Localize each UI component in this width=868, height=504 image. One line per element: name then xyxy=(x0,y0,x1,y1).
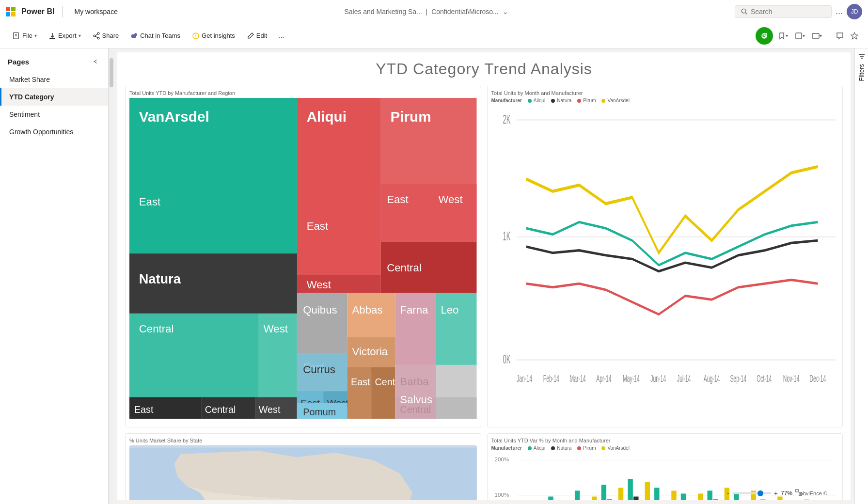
edit-button[interactable]: Edit xyxy=(242,29,272,43)
svg-text:Central: Central xyxy=(205,404,236,415)
bookmark-icon xyxy=(778,32,786,40)
collapse-sidebar-button[interactable] xyxy=(90,56,100,67)
svg-rect-18 xyxy=(796,33,802,39)
more-toolbar-button[interactable]: ... xyxy=(274,29,289,42)
bookmark-button[interactable]: ▾ xyxy=(776,30,790,42)
bar-chart-legend: Manufacturer Aliqui Natura Pirum xyxy=(491,445,839,451)
edit-icon xyxy=(247,32,254,40)
comments-button[interactable] xyxy=(834,30,846,42)
svg-rect-43 xyxy=(381,184,435,242)
svg-line-11 xyxy=(95,36,97,38)
svg-text:Victoria: Victoria xyxy=(352,346,388,358)
get-insights-button[interactable]: Get insights xyxy=(187,29,240,43)
svg-point-17 xyxy=(195,36,196,37)
file-icon xyxy=(13,32,20,40)
search-icon xyxy=(741,8,748,15)
sidebar: Pages Market Share YTD Category Sentimen… xyxy=(0,48,109,504)
export-button[interactable]: Export ▾ xyxy=(44,29,86,43)
svg-text:West: West xyxy=(259,404,281,415)
bar-legend-pirum: Pirum xyxy=(577,445,596,451)
pages-label: Pages xyxy=(8,58,29,66)
svg-text:Aliqui: Aliqui xyxy=(307,109,347,125)
svg-text:Aug-14: Aug-14 xyxy=(703,373,720,384)
charts-grid: Total Units YTD by Manufacturer and Regi… xyxy=(125,86,843,489)
svg-text:Pomum: Pomum xyxy=(303,407,336,417)
star-icon xyxy=(851,32,858,40)
svg-text:East: East xyxy=(351,377,370,387)
share-button[interactable]: Share xyxy=(88,29,124,43)
avatar[interactable]: JD xyxy=(847,4,862,19)
svg-rect-138 xyxy=(654,488,659,500)
svg-rect-179 xyxy=(799,493,802,495)
bar-legend-label: Manufacturer xyxy=(491,445,522,451)
view-icon xyxy=(795,32,803,40)
refresh-button[interactable] xyxy=(756,27,773,45)
zoom-controls: - + 77% xyxy=(727,489,802,497)
main-layout: Pages Market Share YTD Category Sentimen… xyxy=(0,48,868,504)
svg-rect-126 xyxy=(574,491,579,500)
svg-text:Leo: Leo xyxy=(441,304,458,316)
svg-text:Jul-14: Jul-14 xyxy=(677,373,691,384)
scroll-thumb[interactable] xyxy=(110,58,113,87)
comments-icon xyxy=(836,32,844,40)
page-title: YTD Category Trend Analysis xyxy=(125,60,843,78)
sidebar-item-sentiment[interactable]: Sentiment xyxy=(0,106,108,123)
map-svg: NORTH AMERICA Pacific Ocean Atlantic Oce… xyxy=(129,445,477,500)
svg-marker-20 xyxy=(851,32,858,39)
svg-line-10 xyxy=(95,34,97,35)
legend-vanarsdel: VanArsdel xyxy=(601,98,629,103)
format-button[interactable]: ▾ xyxy=(810,30,824,42)
power-bi-label: Power BI xyxy=(21,7,54,16)
svg-rect-142 xyxy=(680,494,685,500)
zoom-slider[interactable] xyxy=(732,492,771,494)
svg-rect-6 xyxy=(49,38,55,39)
search-input[interactable] xyxy=(751,8,819,16)
search-box[interactable] xyxy=(735,5,832,18)
svg-text:Central: Central xyxy=(139,323,174,335)
svg-rect-137 xyxy=(645,482,649,500)
map-chart: NORTH AMERICA Pacific Ocean Atlantic Oce… xyxy=(129,445,477,500)
workspace-label[interactable]: My workspace xyxy=(74,8,117,16)
zoom-out-button[interactable]: - xyxy=(727,489,729,497)
file-button[interactable]: File ▾ xyxy=(8,29,42,43)
svg-text:Quibus: Quibus xyxy=(303,304,337,316)
svg-rect-147 xyxy=(713,500,718,500)
svg-line-1 xyxy=(745,13,747,14)
svg-rect-49 xyxy=(297,293,347,353)
filters-label[interactable]: Filters xyxy=(858,64,865,81)
svg-text:West: West xyxy=(307,279,331,291)
chat-in-teams-button[interactable]: Chat in Teams xyxy=(126,29,185,43)
bar-legend-aliqui: Aliqui xyxy=(528,445,545,451)
svg-text:200%: 200% xyxy=(494,457,509,463)
map-title: % Units Market Share by State xyxy=(129,438,477,443)
nav-divider xyxy=(62,6,63,17)
zoom-slider-thumb xyxy=(758,490,763,496)
view-button[interactable]: ▾ xyxy=(793,30,807,42)
line-chart-legend: Manufacturer Aliqui Natura Pirum xyxy=(491,98,839,103)
treemap-chart: VanArsdel East Central West Natura xyxy=(129,98,477,421)
sidebar-item-ytd-category[interactable]: YTD Category xyxy=(0,88,108,106)
filters-panel[interactable]: Filters xyxy=(854,48,868,504)
sidebar-item-growth-opportunities[interactable]: Growth Opportunities xyxy=(0,123,108,141)
fit-page-button[interactable] xyxy=(795,489,802,497)
svg-point-7 xyxy=(97,32,99,34)
sidebar-item-market-share[interactable]: Market Share xyxy=(0,71,108,88)
favorite-button[interactable] xyxy=(849,30,860,42)
teams-icon xyxy=(130,32,138,40)
svg-text:Abbas: Abbas xyxy=(352,304,383,316)
legend-aliqui: Aliqui xyxy=(528,98,545,103)
map-panel: % Units Market Share by State xyxy=(125,433,481,500)
svg-text:Farna: Farna xyxy=(400,304,428,316)
svg-rect-77 xyxy=(395,365,436,419)
svg-text:Pirum: Pirum xyxy=(391,109,431,125)
top-nav: Power BI My workspace Sales and Marketin… xyxy=(0,0,868,23)
filter-icon xyxy=(858,52,866,60)
zoom-in-button[interactable]: + xyxy=(774,489,778,497)
more-options-button[interactable]: ... xyxy=(836,6,843,16)
svg-text:2K: 2K xyxy=(503,112,510,126)
legend-pirum: Pirum xyxy=(577,98,596,103)
export-icon xyxy=(48,32,56,40)
svg-rect-131 xyxy=(607,500,612,500)
svg-rect-45 xyxy=(435,184,476,242)
vertical-scrollbar[interactable] xyxy=(109,48,113,504)
